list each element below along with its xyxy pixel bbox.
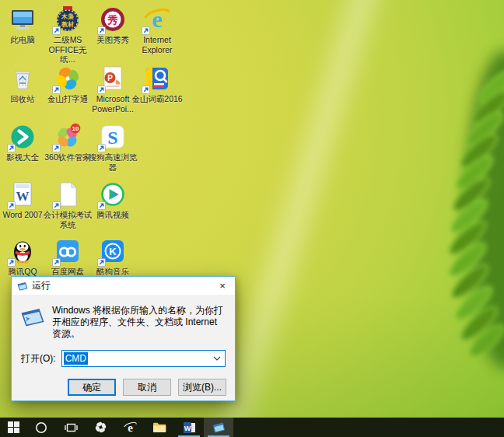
- desktop-icon-recycle-bin[interactable]: 回收站: [0, 64, 47, 104]
- desktop-icon-ciba-2016[interactable]: 金山词霸2016: [133, 64, 181, 104]
- shortcut-arrow-icon: [7, 201, 16, 210]
- close-button[interactable]: ×: [210, 277, 235, 295]
- shortcut-arrow-icon: [52, 144, 61, 152]
- desktop-icon-360-manager[interactable]: 10 360软件管家: [44, 122, 92, 163]
- run-dialog-titlebar[interactable]: 运行 ×: [12, 277, 235, 295]
- desktop-icon-powerpoint[interactable]: P Microsoft PowerPoi...: [89, 64, 137, 114]
- svg-text:S: S: [107, 128, 117, 148]
- tencent-video-icon: [98, 180, 128, 209]
- shortcut-arrow-icon: [7, 258, 16, 267]
- word-2007-icon: W: [8, 180, 37, 209]
- run-taskbar-button[interactable]: [204, 418, 233, 437]
- wallpaper-light-streak: [210, 0, 384, 418]
- run-window-icon: [212, 421, 226, 433]
- file-explorer-button[interactable]: [145, 418, 174, 437]
- cortana-search-button[interactable]: [26, 418, 56, 437]
- shortcut-arrow-icon: [142, 26, 150, 35]
- run-dialog-message: Windows 将根据你所输入的名称，为你打开相应的程序、文件夹、文档或 Int…: [52, 305, 227, 340]
- desktop-icon-internet-explorer[interactable]: e Internet Explorer: [133, 5, 181, 54]
- yingshi-daquan-icon: [8, 122, 37, 152]
- svg-text:K: K: [109, 246, 117, 257]
- icon-label: Internet Explorer: [131, 35, 184, 54]
- shortcut-arrow-icon: [97, 144, 106, 152]
- icon-label: 酷狗音乐: [86, 267, 139, 277]
- svg-text:秀: 秀: [107, 14, 119, 26]
- sogou-browser-icon: S: [98, 122, 128, 152]
- windows-logo-icon: [8, 421, 19, 433]
- word-icon: W: [183, 421, 196, 434]
- ms-office-exam-icon: 木枭 教材: [53, 5, 82, 34]
- task-view-button[interactable]: [56, 418, 86, 437]
- kingsoft-typing-icon: [53, 64, 82, 93]
- meitu-xiuxiu-icon: 秀: [98, 5, 128, 34]
- shortcut-arrow-icon: [142, 86, 150, 94]
- ok-button[interactable]: 确定: [68, 379, 116, 396]
- search-circle-icon: [35, 421, 47, 434]
- svg-text:木枭: 木枭: [61, 13, 74, 20]
- desktop-icon-kugou-music[interactable]: K 酷狗音乐: [89, 236, 137, 277]
- shortcut-arrow-icon: [97, 258, 106, 267]
- combobox-value: CMD: [64, 352, 88, 365]
- svg-text:W: W: [16, 189, 30, 204]
- run-icon: [21, 308, 44, 340]
- svg-text:教材: 教材: [61, 21, 75, 28]
- open-combobox[interactable]: CMD: [61, 350, 226, 367]
- ciba-2016-icon: [142, 64, 172, 93]
- internet-explorer-icon: e: [142, 5, 172, 34]
- powerpoint-icon: P: [98, 64, 128, 93]
- shortcut-arrow-icon: [52, 26, 61, 35]
- this-pc-icon: [8, 5, 37, 34]
- badge-count: 10: [72, 125, 79, 132]
- icon-label: 腾讯视频: [86, 210, 139, 220]
- taskbar: e W: [0, 418, 504, 437]
- desktop-icon-tencent-video[interactable]: 腾讯视频: [89, 180, 137, 220]
- shortcut-arrow-icon: [52, 86, 61, 94]
- chevron-down-icon[interactable]: [213, 356, 225, 361]
- wallpaper-leaf: [348, 0, 504, 418]
- pinwheel-app-button[interactable]: [86, 418, 115, 437]
- cancel-button[interactable]: 取消: [123, 379, 171, 396]
- desktop-icon-sogou-browser[interactable]: S 搜狗高速浏览器: [89, 122, 137, 172]
- task-view-icon: [65, 422, 78, 433]
- svg-text:W: W: [184, 424, 191, 432]
- shortcut-arrow-icon: [52, 201, 61, 210]
- browse-button[interactable]: 浏览(B)...: [178, 379, 226, 396]
- folder-icon: [152, 421, 166, 433]
- word-taskbar-button[interactable]: W: [174, 418, 204, 437]
- desktop-icon-word-2007[interactable]: W Word 2007: [0, 180, 47, 220]
- tencent-qq-icon: [8, 236, 37, 266]
- internet-explorer-button[interactable]: e: [115, 418, 145, 437]
- shortcut-arrow-icon: [97, 201, 106, 210]
- dialog-title: 运行: [32, 279, 51, 292]
- 360-manager-icon: 10: [53, 122, 82, 152]
- desktop-icon-this-pc[interactable]: 此电脑: [0, 5, 47, 45]
- desktop-icon-baidu-pan[interactable]: 百度网盘: [44, 236, 92, 277]
- open-label: 打开(O):: [21, 352, 56, 365]
- svg-text:P: P: [107, 74, 113, 82]
- desktop-icon-ms-office-exam[interactable]: 木枭 教材 二级MS OFFICE无纸...: [44, 5, 92, 65]
- desktop-icon-yingshi-daquan[interactable]: 影视大全: [0, 122, 47, 163]
- desktop-icon-tencent-qq[interactable]: 腾讯QQ: [0, 236, 47, 277]
- run-dialog-titlebar-icon: [17, 281, 28, 291]
- baidu-pan-icon: [53, 236, 82, 266]
- desktop-icon-exam-system[interactable]: 会计模拟考试系统: [44, 180, 92, 229]
- pinwheel-icon: [94, 421, 107, 434]
- kugou-music-icon: K: [98, 236, 128, 266]
- shortcut-arrow-icon: [97, 26, 106, 35]
- exam-system-icon: [53, 180, 82, 209]
- recycle-bin-icon: [8, 64, 37, 93]
- icon-label: 搜狗高速浏览器: [86, 152, 139, 172]
- run-dialog: 运行 × Windows 将根据你所输入的名称，为你打开相应的程序、文件夹、文档…: [11, 276, 236, 401]
- icon-label: 金山词霸2016: [131, 94, 184, 104]
- desktop-icon-meitu-xiuxiu[interactable]: 秀 美图秀秀: [89, 5, 137, 45]
- desktop-icon-kingsoft-typing[interactable]: 金山打字通: [44, 64, 92, 104]
- internet-explorer-icon: e: [124, 421, 137, 434]
- shortcut-arrow-icon: [7, 144, 16, 152]
- shortcut-arrow-icon: [52, 258, 61, 267]
- shortcut-arrow-icon: [97, 86, 106, 94]
- start-button[interactable]: [0, 418, 26, 437]
